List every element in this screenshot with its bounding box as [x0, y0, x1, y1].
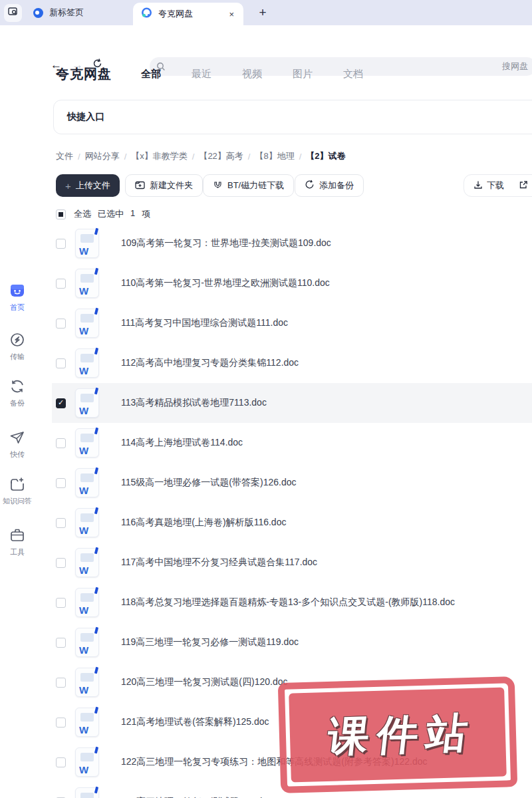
- bt-magnet-download-button[interactable]: BT/磁力链下载: [203, 174, 294, 197]
- tab-search-button[interactable]: [4, 4, 22, 22]
- main-content: 夸克网盘 全部最近视频图片文档 快捷入口 文件/网站分享/【x】非教学类/【22…: [52, 56, 532, 798]
- filter-tab-视频[interactable]: 视频: [242, 68, 262, 80]
- word-doc-icon: W: [75, 348, 99, 378]
- breadcrumb-item[interactable]: 【2】试卷: [306, 150, 345, 162]
- tab-close-icon[interactable]: ×: [227, 9, 235, 19]
- file-name: 109高考第一轮复习：世界地理-拉美测试题109.doc: [121, 237, 331, 249]
- word-letter: W: [79, 604, 88, 616]
- sidebar-item-knowledge-qa[interactable]: 知识问答: [0, 475, 35, 506]
- breadcrumb-separator: /: [248, 152, 251, 162]
- filter-tab-图片[interactable]: 图片: [293, 68, 313, 80]
- file-row[interactable]: W 121高考地理试卷(答案解释)125.doc: [52, 702, 532, 742]
- file-row[interactable]: W 112高考高中地理复习专题分类集锦112.doc: [52, 343, 532, 383]
- file-row[interactable]: W 122高三地理一轮复习专项练习：地图和等高线测试题(附参考答案)122.do…: [52, 742, 532, 782]
- bt-download-label: BT/磁力链下载: [227, 180, 284, 192]
- sidebar-item-label: 备份: [10, 398, 25, 408]
- browser-tab-newtab[interactable]: 新标签页: [24, 0, 93, 25]
- filter-tab-文档[interactable]: 文档: [343, 68, 363, 80]
- action-bar: + 上传文件 新建文件夹 BT/磁力链下载 添加备份: [56, 174, 532, 197]
- file-row[interactable]: W 119高三地理一轮复习必修一测试题119.doc: [52, 622, 532, 662]
- quick-entry-label: 快捷入口: [67, 111, 104, 123]
- word-letter: W: [79, 325, 88, 336]
- select-all-label[interactable]: 全选: [74, 208, 91, 220]
- file-checkbox[interactable]: [56, 558, 66, 568]
- select-all-checkbox[interactable]: [56, 209, 66, 219]
- sidebar-item-home[interactable]: 首页: [0, 282, 35, 313]
- file-name: 117高考中国地理不分复习经典试题合集117.doc: [121, 557, 317, 569]
- file-name: 115级高一地理必修一试题(带答案)126.doc: [121, 477, 296, 489]
- word-letter: W: [79, 285, 88, 297]
- upload-label: 上传文件: [76, 180, 110, 192]
- browser-tab-quark[interactable]: 夸克网盘 ×: [133, 3, 243, 25]
- file-checkbox[interactable]: [56, 518, 66, 528]
- file-checkbox[interactable]: [56, 638, 66, 648]
- new-folder-button[interactable]: 新建文件夹: [125, 174, 203, 197]
- file-row[interactable]: W 116高考真题地理(上海卷)解析版116.doc: [52, 503, 532, 543]
- breadcrumb-item[interactable]: 文件: [56, 150, 73, 162]
- sidebar-item-backup[interactable]: 备份: [0, 378, 35, 408]
- quark-logo-icon: [141, 7, 152, 21]
- file-name: 116高考真题地理(上海卷)解析版116.doc: [121, 517, 286, 529]
- word-doc-icon: W: [75, 428, 99, 458]
- file-checkbox[interactable]: [56, 319, 66, 329]
- file-row[interactable]: W 117高考中国地理不分复习经典试题合集117.doc: [52, 543, 532, 583]
- breadcrumb-item[interactable]: 【8】地理: [255, 150, 294, 162]
- word-doc-icon: W: [75, 388, 99, 418]
- file-checkbox[interactable]: [56, 438, 66, 448]
- add-backup-button[interactable]: 添加备份: [295, 174, 364, 197]
- sidebar-item-label: 传输: [10, 352, 25, 362]
- filter-tab-全部[interactable]: 全部: [141, 68, 161, 80]
- file-checkbox[interactable]: [56, 718, 66, 728]
- file-checkbox[interactable]: [56, 279, 66, 289]
- quick-entry-card[interactable]: 快捷入口: [53, 100, 532, 134]
- share-button[interactable]: 分享: [519, 180, 532, 192]
- page-title: 夸克网盘: [56, 65, 112, 83]
- word-letter: W: [79, 525, 88, 536]
- breadcrumb-separator: /: [299, 152, 302, 162]
- upload-button[interactable]: + 上传文件: [56, 174, 120, 197]
- file-checkbox[interactable]: [56, 757, 66, 767]
- word-doc-icon: W: [75, 229, 99, 258]
- breadcrumb-item[interactable]: 【x】非教学类: [131, 150, 188, 162]
- file-row[interactable]: W 111高考复习中国地理综合测试题111.doc: [52, 303, 532, 343]
- word-doc-icon: W: [75, 668, 99, 697]
- file-row[interactable]: W 123高三地理一轮复习测试题123.doc: [52, 782, 532, 798]
- word-letter: W: [79, 445, 88, 456]
- plus-icon: +: [65, 180, 71, 192]
- file-checkbox[interactable]: [56, 478, 66, 488]
- breadcrumb-item[interactable]: 网站分享: [85, 150, 120, 162]
- download-label: 下载: [487, 180, 504, 192]
- file-name: 111高考复习中国地理综合测试题111.doc: [121, 317, 288, 329]
- breadcrumb: 文件/网站分享/【x】非教学类/【22】高考/【8】地理/【2】试卷: [56, 150, 346, 162]
- file-row[interactable]: W 114高考上海地理试卷114.doc: [52, 423, 532, 463]
- new-tab-button[interactable]: +: [254, 4, 271, 21]
- word-doc-icon: W: [75, 269, 99, 298]
- sidebar-item-transfer[interactable]: 传输: [0, 331, 35, 362]
- file-row[interactable]: W 120高三地理一轮复习测试题(四)120.doc: [52, 662, 532, 702]
- filter-tab-最近[interactable]: 最近: [192, 68, 211, 80]
- folder-plus-icon: [135, 180, 145, 192]
- file-row[interactable]: W 115级高一地理必修一试题(带答案)126.doc: [52, 463, 532, 503]
- file-checkbox[interactable]: [56, 358, 66, 368]
- download-button[interactable]: 下载: [473, 180, 504, 192]
- file-row[interactable]: W 118高考总复习地理选择题百题精炼-专题13-多个知识点交叉试题-(教师版)…: [52, 583, 532, 622]
- backup-icon: [9, 378, 26, 395]
- browser-toolbar: ← → 搜网盘: [0, 25, 532, 56]
- selected-label: 已选中: [98, 208, 124, 220]
- file-checkbox[interactable]: [56, 598, 66, 608]
- file-checkbox[interactable]: [56, 678, 66, 688]
- file-row[interactable]: W 109高考第一轮复习：世界地理-拉美测试题109.doc: [52, 223, 532, 263]
- file-row[interactable]: W 113高考精品模拟试卷地理7113.doc: [52, 383, 532, 423]
- file-row[interactable]: W 110高考第一轮复习-世界地理之欧洲测试题110.doc: [52, 263, 532, 303]
- sidebar-item-tools[interactable]: 工具: [0, 527, 35, 557]
- sidebar-item-label: 知识问答: [3, 496, 32, 506]
- file-checkbox[interactable]: [56, 398, 66, 408]
- word-doc-icon: W: [75, 747, 99, 777]
- file-name: 122高三地理一轮复习专项练习：地图和等高线测试题(附参考答案)122.doc: [121, 756, 428, 768]
- breadcrumb-item[interactable]: 【22】高考: [199, 150, 243, 162]
- quark-drive-window: 新标签页 夸克网盘 × + ← → 搜网盘 首页 传输: [0, 0, 532, 798]
- word-doc-icon: W: [75, 708, 99, 737]
- sidebar-item-fast-transfer[interactable]: 快传: [0, 429, 35, 460]
- file-checkbox[interactable]: [56, 239, 66, 249]
- tools-icon: [9, 527, 26, 544]
